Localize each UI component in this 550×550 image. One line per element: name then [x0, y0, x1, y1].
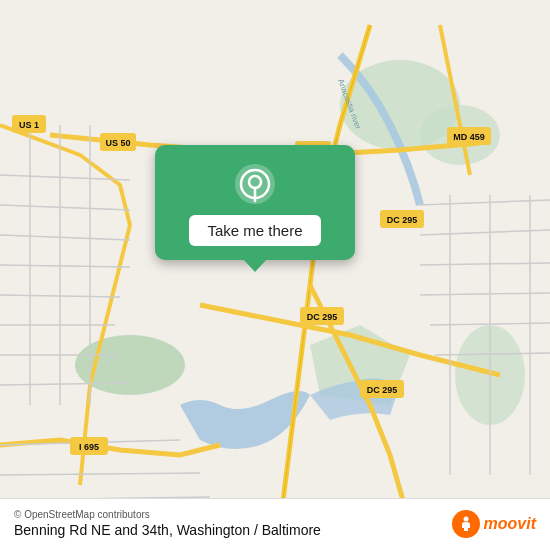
svg-text:US 1: US 1: [19, 120, 39, 130]
moovit-icon: [452, 510, 480, 538]
svg-text:US 50: US 50: [105, 138, 130, 148]
svg-text:I 695: I 695: [79, 442, 99, 452]
location-popup: Take me there: [155, 145, 355, 260]
map-container: US 1 US 50 US 50 MD 459 DC 295 DC 295 DC…: [0, 0, 550, 550]
svg-text:DC 295: DC 295: [367, 385, 398, 395]
location-pin-icon: [234, 163, 276, 205]
take-me-there-button[interactable]: Take me there: [189, 215, 320, 246]
location-label: Benning Rd NE and 34th, Washington / Bal…: [14, 522, 321, 538]
bottom-panel: © OpenStreetMap contributors Benning Rd …: [0, 498, 550, 550]
map-svg: US 1 US 50 US 50 MD 459 DC 295 DC 295 DC…: [0, 0, 550, 550]
moovit-logo: moovit: [452, 510, 536, 538]
svg-text:DC 295: DC 295: [307, 312, 338, 322]
copyright-text: © OpenStreetMap contributors: [14, 509, 321, 520]
bottom-info: © OpenStreetMap contributors Benning Rd …: [14, 509, 321, 538]
svg-text:MD 459: MD 459: [453, 132, 485, 142]
moovit-text: moovit: [484, 515, 536, 533]
svg-text:DC 295: DC 295: [387, 215, 418, 225]
svg-point-49: [463, 516, 468, 521]
